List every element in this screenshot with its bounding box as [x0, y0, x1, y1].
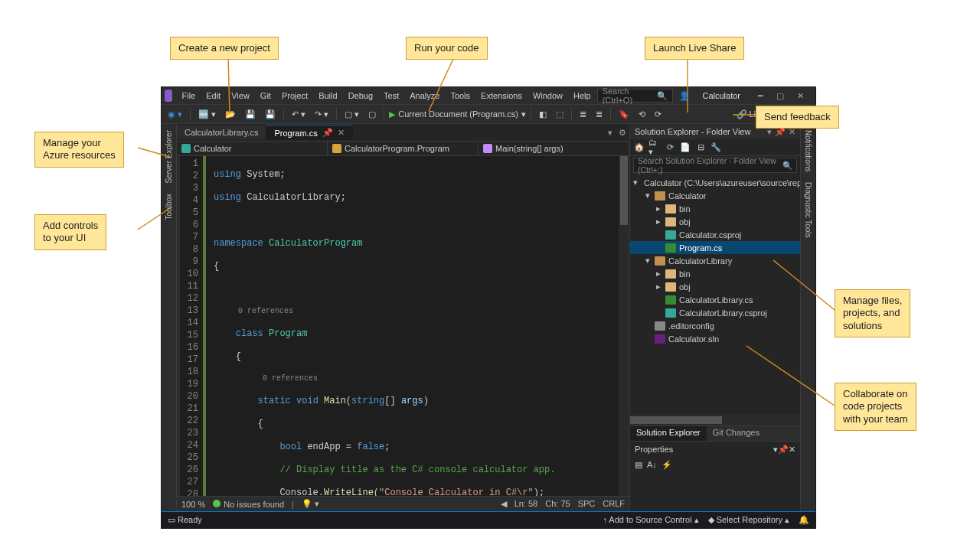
window-close-button[interactable]: ✕: [791, 89, 809, 103]
tab-calculatorlibrary[interactable]: CalculatorLibrary.cs: [177, 126, 266, 139]
tree-bin[interactable]: ▸bin: [630, 202, 800, 215]
toolbar-icon-7[interactable]: ⟳: [652, 108, 665, 121]
menu-extensions[interactable]: Extensions: [476, 90, 527, 102]
menu-file[interactable]: File: [177, 90, 200, 102]
sign-in-icon[interactable]: 👤: [675, 91, 694, 101]
solution-explorer-search[interactable]: Search Solution Explorer - Folder View (…: [633, 158, 797, 173]
toolbar-icon-1[interactable]: ◧: [536, 108, 550, 121]
window-minimize-button[interactable]: ━: [751, 89, 769, 103]
indent-indicator[interactable]: SPC: [578, 499, 596, 509]
back-forward-button[interactable]: ◉ ▾: [165, 108, 185, 121]
quick-actions-icon[interactable]: 💡 ▾: [302, 499, 319, 509]
menu-build[interactable]: Build: [314, 90, 341, 102]
diagnostic-tools-tab[interactable]: Diagnostic Tools: [802, 178, 814, 243]
char-indicator[interactable]: Ch: 75: [545, 499, 570, 509]
tree-library-csproj[interactable]: CalculatorLibrary.csproj: [630, 306, 800, 319]
toolbox-tab[interactable]: Toolbox: [163, 189, 175, 224]
close-icon[interactable]: ✕: [789, 445, 795, 455]
notifications-tab[interactable]: Notifications: [802, 126, 814, 176]
tab-git-changes[interactable]: Git Changes: [707, 426, 766, 441]
toolbar-icon-6[interactable]: ⟲: [635, 108, 648, 121]
window-restore-button[interactable]: ▢: [771, 89, 789, 103]
collapse-icon[interactable]: ⊟: [694, 142, 707, 154]
menu-bar: File Edit View Git Project Build Debug T…: [162, 87, 815, 104]
server-explorer-tab[interactable]: Server Explorer: [163, 126, 175, 187]
add-to-source-control[interactable]: ↑ Add to Source Control ▴: [603, 515, 698, 525]
menu-view[interactable]: View: [227, 90, 254, 102]
menu-analyze[interactable]: Analyze: [405, 90, 444, 102]
line-ending-indicator[interactable]: CRLF: [603, 499, 625, 509]
menu-window[interactable]: Window: [528, 90, 567, 102]
toolbar-icon-4[interactable]: ≣: [593, 108, 606, 121]
home-icon[interactable]: 🏠: [633, 142, 645, 154]
nav-member-dropdown[interactable]: Main(string[] args): [479, 142, 629, 155]
right-tool-well: Notifications Diagnostic Tools: [800, 124, 815, 511]
tree-library-cs[interactable]: CalculatorLibrary.cs: [630, 293, 800, 306]
select-repository[interactable]: ◆ Select Repository ▴: [708, 515, 789, 525]
folder-icon: [665, 217, 676, 227]
tab-program[interactable]: Program.cs 📌 ✕: [266, 125, 352, 140]
undo-button[interactable]: ↶ ▾: [289, 108, 309, 121]
editor-vertical-scrollbar[interactable]: [619, 156, 629, 496]
start-debug-button[interactable]: ▶ Current Document (Program.cs) ▾: [389, 109, 526, 119]
tree-bin-2[interactable]: ▸bin: [630, 267, 800, 280]
prop-category-icon[interactable]: ▤: [635, 460, 642, 470]
tab-dropdown[interactable]: ▾: [605, 128, 616, 138]
callout-azure: Manage yourAzure resources: [34, 132, 124, 168]
tree-project-calculator[interactable]: ▾Calculator: [630, 189, 800, 202]
menu-debug[interactable]: Debug: [344, 90, 377, 102]
sync-icon[interactable]: ⟳: [664, 142, 676, 154]
prop-events-icon[interactable]: ⚡: [662, 460, 672, 470]
toolbar-icon-3[interactable]: ≣: [577, 108, 590, 121]
platform-dropdown[interactable]: ▢: [365, 108, 379, 121]
save-all-button[interactable]: 💾: [262, 108, 279, 121]
tree-project-library[interactable]: ▾CalculatorLibrary: [630, 254, 800, 267]
zoom-level[interactable]: 100 %: [181, 500, 205, 509]
status-bar: ▭ Ready ↑ Add to Source Control ▴ ◆ Sele…: [162, 511, 815, 528]
menu-git[interactable]: Git: [256, 90, 276, 102]
tree-program-cs[interactable]: Program.cs: [630, 241, 800, 254]
nav-project-dropdown[interactable]: Calculator: [177, 142, 328, 155]
callout-run-code: Run your code: [406, 37, 488, 60]
folder-icon: [665, 269, 676, 279]
tree-obj-2[interactable]: ▸obj: [630, 280, 800, 293]
tree-csproj[interactable]: Calculator.csproj: [630, 228, 800, 241]
new-project-button[interactable]: 🆕 ▾: [195, 108, 219, 121]
menu-edit[interactable]: Edit: [201, 90, 225, 102]
notification-bell-icon[interactable]: 🔔: [799, 515, 809, 525]
tree-editorconfig[interactable]: .editorconfig: [630, 319, 800, 332]
close-icon[interactable]: ✕: [338, 128, 345, 138]
prop-sort-icon[interactable]: A↓: [647, 460, 657, 470]
quick-launch-search[interactable]: Search (Ctrl+Q)🔍: [597, 89, 674, 103]
menu-tools[interactable]: Tools: [446, 90, 475, 102]
save-button[interactable]: 💾: [242, 108, 259, 121]
callout-new-project: Create a new project: [170, 37, 279, 60]
code-text[interactable]: using System; using CalculatorLibrary; n…: [206, 156, 619, 496]
open-button[interactable]: 📂: [222, 108, 239, 121]
properties-icon[interactable]: 🔧: [710, 142, 722, 154]
tree-sln[interactable]: Calculator.sln: [630, 332, 800, 345]
tree-obj[interactable]: ▸obj: [630, 215, 800, 228]
line-indicator[interactable]: Ln: 58: [514, 499, 538, 509]
callout-live-share: Launch Live Share: [645, 37, 744, 60]
show-all-icon[interactable]: 📄: [679, 142, 691, 154]
menu-help[interactable]: Help: [569, 90, 596, 102]
nav-class-dropdown[interactable]: CalculatorProgram.Program: [328, 142, 479, 155]
redo-button[interactable]: ↷ ▾: [312, 108, 332, 121]
line-number-gutter: 1234567891011121314151617181920212223242…: [180, 156, 206, 496]
pin-icon[interactable]: 📌: [322, 128, 333, 138]
tab-gear-icon[interactable]: ⚙: [616, 128, 629, 138]
solution-explorer-hscroll[interactable]: [630, 415, 800, 425]
editor-status-bar: 100 % No issues found | 💡 ▾ ◀ Ln: 58 Ch:…: [177, 496, 629, 511]
tree-root[interactable]: ▾Calculator (C:\Users\azureuser\source\r…: [630, 176, 800, 189]
toolbar-icon-2[interactable]: ⬚: [553, 108, 567, 121]
config-dropdown[interactable]: ▢ ▾: [341, 108, 362, 121]
no-issues-status[interactable]: No issues found: [213, 500, 284, 509]
tab-solution-explorer[interactable]: Solution Explorer: [630, 426, 707, 441]
menu-test[interactable]: Test: [379, 90, 403, 102]
switch-view-icon[interactable]: 🗂 ▾: [648, 142, 661, 154]
toolbar-icon-5[interactable]: 🔖: [616, 108, 632, 121]
code-editor[interactable]: 1234567891011121314151617181920212223242…: [177, 156, 629, 496]
pin-icon[interactable]: 📌: [778, 445, 789, 455]
menu-project[interactable]: Project: [277, 90, 312, 102]
